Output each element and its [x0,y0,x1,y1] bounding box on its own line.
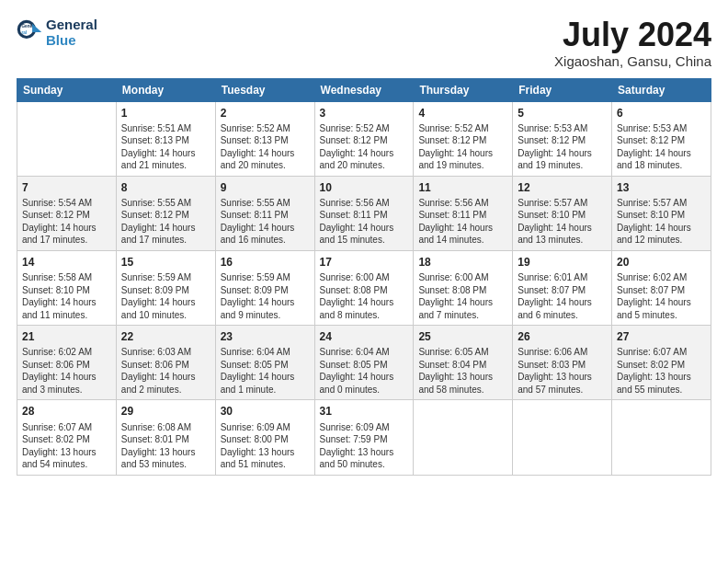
day-info-line: Daylight: 14 hours [121,296,210,309]
day-number: 10 [320,180,409,195]
subtitle: Xigaoshan, Gansu, China [554,53,711,69]
day-info-line: Sunrise: 5:57 AM [617,197,706,210]
day-cell: 29Sunrise: 6:08 AMSunset: 8:01 PMDayligh… [116,400,215,475]
col-header-wednesday: Wednesday [314,78,414,101]
logo-line1: General [46,17,97,32]
day-cell: 23Sunrise: 6:04 AMSunset: 8:05 PMDayligh… [215,326,314,400]
day-info-line: Sunset: 8:13 PM [221,134,310,147]
day-info-line: Sunset: 8:00 PM [221,433,310,446]
day-info-line: and 54 minutes. [22,458,111,471]
day-info-line: Daylight: 14 hours [22,371,111,384]
col-header-friday: Friday [513,78,612,101]
day-info-line: Daylight: 14 hours [418,147,507,160]
day-cell: 9Sunrise: 5:55 AMSunset: 8:11 PMDaylight… [215,176,314,250]
day-info-line: Sunset: 8:09 PM [121,284,210,297]
day-info-line: Daylight: 14 hours [320,296,409,309]
day-info-line: Daylight: 14 hours [617,296,706,309]
day-cell: 27Sunrise: 6:07 AMSunset: 8:02 PMDayligh… [612,326,711,400]
day-info-line: Sunrise: 6:09 AM [221,421,310,434]
day-info-line: Sunset: 8:06 PM [121,359,210,372]
day-info-line: Sunrise: 6:01 AM [518,271,607,284]
day-info-line: Daylight: 14 hours [418,296,507,309]
day-info-line: Daylight: 14 hours [320,371,409,384]
day-info-line: Sunset: 8:10 PM [22,284,111,297]
day-info-line: Sunset: 8:09 PM [221,284,310,297]
day-number: 27 [617,329,706,344]
day-cell: 12Sunrise: 5:57 AMSunset: 8:10 PMDayligh… [513,176,612,250]
day-number: 12 [518,180,607,195]
day-cell: 28Sunrise: 6:07 AMSunset: 8:02 PMDayligh… [17,400,117,475]
day-info-line: and 19 minutes. [418,159,507,172]
day-info-line: Sunrise: 5:53 AM [518,122,607,135]
day-cell: 2Sunrise: 5:52 AMSunset: 8:13 PMDaylight… [215,101,314,176]
day-info-line: and 12 minutes. [617,234,706,247]
day-cell: 4Sunrise: 5:52 AMSunset: 8:12 PMDaylight… [414,101,513,176]
day-info-line: Sunset: 8:01 PM [121,433,210,446]
day-info-line: Sunset: 8:11 PM [320,209,409,222]
day-info-line: and 18 minutes. [617,159,706,172]
day-number: 29 [121,404,210,419]
day-info-line: Sunrise: 5:59 AM [221,271,310,284]
col-header-tuesday: Tuesday [215,78,314,101]
week-row-2: 7Sunrise: 5:54 AMSunset: 8:12 PMDaylight… [17,176,711,250]
day-info-line: Daylight: 14 hours [518,147,607,160]
day-info-line: Sunset: 8:08 PM [418,284,507,297]
col-header-thursday: Thursday [414,78,513,101]
day-info-line: Sunset: 8:04 PM [418,359,507,372]
day-info-line: Daylight: 14 hours [22,296,111,309]
day-info-line: Daylight: 14 hours [221,147,310,160]
day-cell: 16Sunrise: 5:59 AMSunset: 8:09 PMDayligh… [215,250,314,325]
day-cell: 1Sunrise: 5:51 AMSunset: 8:13 PMDaylight… [116,101,215,176]
week-row-4: 21Sunrise: 6:02 AMSunset: 8:06 PMDayligh… [17,326,711,400]
day-info-line: Daylight: 14 hours [221,296,310,309]
day-info-line: Daylight: 13 hours [320,446,409,459]
col-header-saturday: Saturday [612,78,711,101]
day-info-line: Sunset: 8:12 PM [617,134,706,147]
day-info-line: and 0 minutes. [320,384,409,396]
day-cell: 11Sunrise: 5:56 AMSunset: 8:11 PMDayligh… [414,176,513,250]
day-info-line: Sunrise: 5:59 AM [121,271,210,284]
day-info-line: and 17 minutes. [22,234,111,247]
day-info-line: Sunrise: 6:04 AM [320,346,409,359]
day-cell: 19Sunrise: 6:01 AMSunset: 8:07 PMDayligh… [513,250,612,325]
day-info-line: and 17 minutes. [121,234,210,247]
day-cell: 13Sunrise: 5:57 AMSunset: 8:10 PMDayligh… [612,176,711,250]
day-info-line: Sunset: 8:06 PM [22,359,111,372]
day-info-line: Sunrise: 5:55 AM [221,197,310,210]
day-info-line: Sunset: 8:07 PM [617,284,706,297]
day-info-line: Sunrise: 5:54 AM [22,197,111,210]
day-info-line: Sunset: 8:10 PM [518,209,607,222]
day-info-line: Sunset: 8:03 PM [518,359,607,372]
day-cell: 8Sunrise: 5:55 AMSunset: 8:12 PMDaylight… [116,176,215,250]
logo-icon: Gene ral [17,19,42,45]
day-info-line: Sunrise: 6:02 AM [22,346,111,359]
day-number: 28 [22,404,111,419]
day-info-line: and 3 minutes. [22,384,111,396]
day-info-line: Daylight: 13 hours [418,371,507,384]
day-info-line: Sunrise: 5:53 AM [617,122,706,135]
logo: Gene ral General Blue [17,17,97,49]
day-info-line: and 51 minutes. [221,458,310,471]
day-info-line: Daylight: 14 hours [617,147,706,160]
calendar-table: SundayMondayTuesdayWednesdayThursdayFrid… [17,78,711,476]
day-number: 5 [518,106,607,121]
day-info-line: Sunrise: 6:07 AM [22,421,111,434]
day-cell: 17Sunrise: 6:00 AMSunset: 8:08 PMDayligh… [314,250,414,325]
day-number: 19 [518,255,607,270]
day-cell: 18Sunrise: 6:00 AMSunset: 8:08 PMDayligh… [414,250,513,325]
day-info-line: Daylight: 13 hours [121,446,210,459]
day-cell: 3Sunrise: 5:52 AMSunset: 8:12 PMDaylight… [314,101,414,176]
day-info-line: and 2 minutes. [121,384,210,396]
day-info-line: Sunset: 8:07 PM [518,284,607,297]
day-info-line: Daylight: 14 hours [518,222,607,235]
day-info-line: Daylight: 14 hours [121,371,210,384]
svg-text:ral: ral [21,30,27,35]
day-info-line: and 55 minutes. [617,384,706,396]
day-number: 6 [617,106,706,121]
day-number: 18 [418,255,507,270]
day-cell: 6Sunrise: 5:53 AMSunset: 8:12 PMDaylight… [612,101,711,176]
day-cell [513,400,612,475]
title-block: July 2024 Xigaoshan, Gansu, China [554,17,711,69]
day-info-line: Daylight: 13 hours [22,446,111,459]
day-cell [414,400,513,475]
